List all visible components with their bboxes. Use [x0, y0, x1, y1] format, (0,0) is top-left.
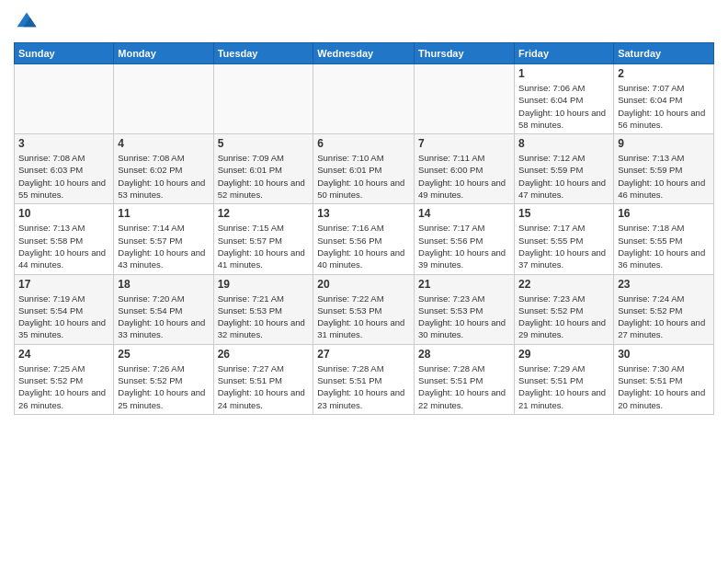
day-info: Sunrise: 7:30 AM Sunset: 5:51 PM Dayligh…: [618, 362, 710, 411]
calendar-cell: 7Sunrise: 7:11 AM Sunset: 6:00 PM Daylig…: [415, 134, 515, 204]
day-info: Sunrise: 7:28 AM Sunset: 5:51 PM Dayligh…: [317, 362, 410, 411]
calendar-cell: 11Sunrise: 7:14 AM Sunset: 5:57 PM Dayli…: [114, 204, 213, 274]
day-of-week-tuesday: Tuesday: [213, 43, 313, 64]
calendar-cell: 8Sunrise: 7:12 AM Sunset: 5:59 PM Daylig…: [515, 134, 614, 204]
header: [14, 9, 714, 35]
day-info: Sunrise: 7:13 AM Sunset: 5:58 PM Dayligh…: [18, 222, 109, 270]
week-row-4: 17Sunrise: 7:19 AM Sunset: 5:54 PM Dayli…: [15, 274, 714, 344]
calendar-cell: 5Sunrise: 7:09 AM Sunset: 6:01 PM Daylig…: [213, 134, 313, 204]
day-info: Sunrise: 7:23 AM Sunset: 5:52 PM Dayligh…: [518, 293, 609, 341]
day-number: 13: [317, 207, 410, 220]
calendar-cell: 28Sunrise: 7:28 AM Sunset: 5:51 PM Dayli…: [415, 344, 515, 414]
day-number: 4: [118, 137, 209, 150]
day-number: 6: [317, 137, 410, 150]
calendar-cell: 20Sunrise: 7:22 AM Sunset: 5:53 PM Dayli…: [313, 274, 415, 344]
day-of-week-monday: Monday: [114, 43, 213, 64]
calendar-cell: 29Sunrise: 7:29 AM Sunset: 5:51 PM Dayli…: [515, 344, 614, 414]
page: SundayMondayTuesdayWednesdayThursdayFrid…: [0, 0, 728, 563]
calendar-cell: 9Sunrise: 7:13 AM Sunset: 5:59 PM Daylig…: [614, 134, 714, 204]
day-number: 17: [18, 278, 109, 291]
day-info: Sunrise: 7:13 AM Sunset: 5:59 PM Dayligh…: [618, 152, 710, 201]
days-of-week-row: SundayMondayTuesdayWednesdayThursdayFrid…: [15, 43, 714, 64]
day-info: Sunrise: 7:14 AM Sunset: 5:57 PM Dayligh…: [118, 222, 209, 270]
calendar-cell: [313, 64, 415, 134]
day-number: 16: [618, 207, 710, 220]
day-number: 9: [618, 137, 710, 150]
calendar-cell: 14Sunrise: 7:17 AM Sunset: 5:56 PM Dayli…: [415, 204, 515, 274]
day-number: 23: [618, 278, 710, 291]
calendar-cell: 6Sunrise: 7:10 AM Sunset: 6:01 PM Daylig…: [313, 134, 415, 204]
day-number: 2: [618, 67, 710, 80]
calendar-body: 1Sunrise: 7:06 AM Sunset: 6:04 PM Daylig…: [15, 64, 714, 415]
day-info: Sunrise: 7:26 AM Sunset: 5:52 PM Dayligh…: [118, 362, 209, 411]
day-number: 25: [118, 348, 209, 361]
calendar-table: SundayMondayTuesdayWednesdayThursdayFrid…: [14, 42, 714, 415]
day-info: Sunrise: 7:10 AM Sunset: 6:01 PM Dayligh…: [317, 152, 410, 201]
calendar-cell: 10Sunrise: 7:13 AM Sunset: 5:58 PM Dayli…: [15, 204, 114, 274]
day-number: 14: [418, 207, 510, 220]
logo-icon: [14, 9, 40, 35]
day-info: Sunrise: 7:07 AM Sunset: 6:04 PM Dayligh…: [618, 82, 710, 131]
day-info: Sunrise: 7:08 AM Sunset: 6:02 PM Dayligh…: [118, 152, 209, 201]
day-info: Sunrise: 7:20 AM Sunset: 5:54 PM Dayligh…: [118, 293, 209, 341]
calendar-cell: 1Sunrise: 7:06 AM Sunset: 6:04 PM Daylig…: [515, 64, 614, 134]
day-number: 21: [418, 278, 510, 291]
day-number: 26: [218, 348, 310, 361]
day-number: 3: [18, 137, 109, 150]
calendar-cell: 25Sunrise: 7:26 AM Sunset: 5:52 PM Dayli…: [114, 344, 213, 414]
week-row-2: 3Sunrise: 7:08 AM Sunset: 6:03 PM Daylig…: [15, 134, 714, 204]
day-number: 8: [518, 137, 609, 150]
day-number: 1: [518, 67, 609, 80]
calendar-cell: [114, 64, 213, 134]
day-number: 11: [118, 207, 209, 220]
day-info: Sunrise: 7:23 AM Sunset: 5:53 PM Dayligh…: [418, 293, 510, 341]
day-info: Sunrise: 7:18 AM Sunset: 5:55 PM Dayligh…: [618, 222, 710, 270]
day-number: 22: [518, 278, 609, 291]
calendar-header: SundayMondayTuesdayWednesdayThursdayFrid…: [15, 43, 714, 64]
calendar-cell: 4Sunrise: 7:08 AM Sunset: 6:02 PM Daylig…: [114, 134, 213, 204]
day-info: Sunrise: 7:21 AM Sunset: 5:53 PM Dayligh…: [218, 293, 310, 341]
day-number: 20: [317, 278, 410, 291]
day-info: Sunrise: 7:11 AM Sunset: 6:00 PM Dayligh…: [418, 152, 510, 201]
day-number: 10: [18, 207, 109, 220]
day-number: 7: [418, 137, 510, 150]
day-number: 18: [118, 278, 209, 291]
day-number: 5: [218, 137, 310, 150]
calendar-cell: 30Sunrise: 7:30 AM Sunset: 5:51 PM Dayli…: [614, 344, 714, 414]
calendar-cell: 15Sunrise: 7:17 AM Sunset: 5:55 PM Dayli…: [515, 204, 614, 274]
week-row-5: 24Sunrise: 7:25 AM Sunset: 5:52 PM Dayli…: [15, 344, 714, 414]
week-row-3: 10Sunrise: 7:13 AM Sunset: 5:58 PM Dayli…: [15, 204, 714, 274]
day-info: Sunrise: 7:17 AM Sunset: 5:55 PM Dayligh…: [518, 222, 609, 270]
calendar-cell: 27Sunrise: 7:28 AM Sunset: 5:51 PM Dayli…: [313, 344, 415, 414]
day-info: Sunrise: 7:27 AM Sunset: 5:51 PM Dayligh…: [218, 362, 310, 411]
calendar-cell: 23Sunrise: 7:24 AM Sunset: 5:52 PM Dayli…: [614, 274, 714, 344]
calendar-cell: [213, 64, 313, 134]
day-number: 12: [218, 207, 310, 220]
logo: [14, 9, 43, 35]
day-of-week-saturday: Saturday: [614, 43, 714, 64]
day-number: 29: [518, 348, 609, 361]
calendar-cell: 2Sunrise: 7:07 AM Sunset: 6:04 PM Daylig…: [614, 64, 714, 134]
calendar-cell: 13Sunrise: 7:16 AM Sunset: 5:56 PM Dayli…: [313, 204, 415, 274]
calendar-cell: 3Sunrise: 7:08 AM Sunset: 6:03 PM Daylig…: [15, 134, 114, 204]
calendar-cell: 12Sunrise: 7:15 AM Sunset: 5:57 PM Dayli…: [213, 204, 313, 274]
day-of-week-friday: Friday: [515, 43, 614, 64]
day-info: Sunrise: 7:06 AM Sunset: 6:04 PM Dayligh…: [518, 82, 609, 131]
day-number: 28: [418, 348, 510, 361]
day-info: Sunrise: 7:22 AM Sunset: 5:53 PM Dayligh…: [317, 293, 410, 341]
day-info: Sunrise: 7:19 AM Sunset: 5:54 PM Dayligh…: [18, 293, 109, 341]
day-info: Sunrise: 7:08 AM Sunset: 6:03 PM Dayligh…: [18, 152, 109, 201]
day-info: Sunrise: 7:25 AM Sunset: 5:52 PM Dayligh…: [18, 362, 109, 411]
calendar-cell: 21Sunrise: 7:23 AM Sunset: 5:53 PM Dayli…: [415, 274, 515, 344]
day-info: Sunrise: 7:24 AM Sunset: 5:52 PM Dayligh…: [618, 293, 710, 341]
day-number: 30: [618, 348, 710, 361]
day-number: 15: [518, 207, 609, 220]
calendar-cell: 18Sunrise: 7:20 AM Sunset: 5:54 PM Dayli…: [114, 274, 213, 344]
day-of-week-thursday: Thursday: [415, 43, 515, 64]
day-info: Sunrise: 7:29 AM Sunset: 5:51 PM Dayligh…: [518, 362, 609, 411]
calendar-cell: 16Sunrise: 7:18 AM Sunset: 5:55 PM Dayli…: [614, 204, 714, 274]
day-number: 19: [218, 278, 310, 291]
calendar-cell: 22Sunrise: 7:23 AM Sunset: 5:52 PM Dayli…: [515, 274, 614, 344]
day-number: 24: [18, 348, 109, 361]
calendar-cell: 17Sunrise: 7:19 AM Sunset: 5:54 PM Dayli…: [15, 274, 114, 344]
